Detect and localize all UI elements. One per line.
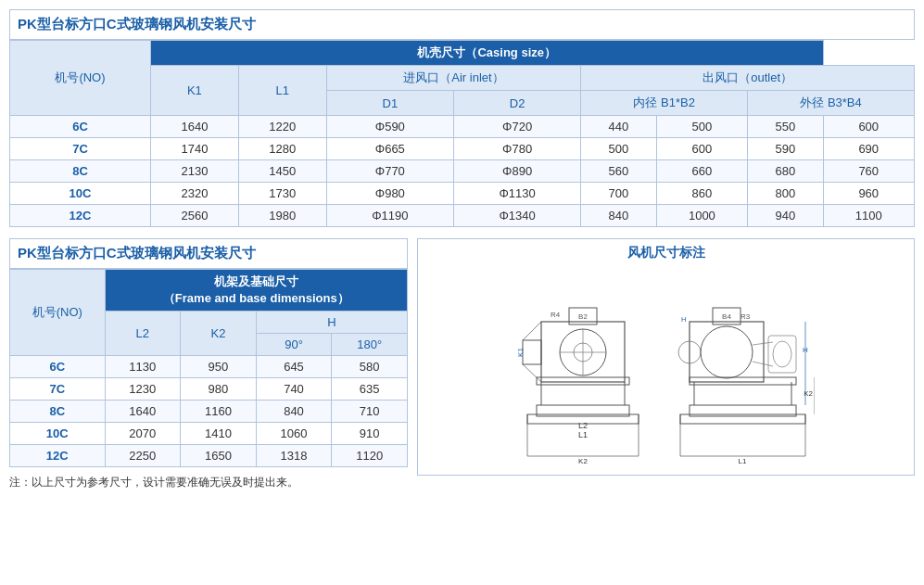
col-k1-header: K1 [150, 66, 238, 116]
table-row: 10C 2320 1730 Φ980 Φ1130 700 860 800 960 [10, 183, 915, 205]
model-cell: 12C [10, 445, 106, 467]
l2-cell: 1640 [105, 401, 181, 423]
b1-cell: 840 [581, 205, 656, 227]
l1-cell: 1450 [238, 160, 326, 183]
b1-cell: 560 [581, 160, 656, 183]
outlet-header: 出风口（outlet） [581, 66, 915, 91]
h180-cell: 910 [332, 423, 408, 445]
svg-text:K2: K2 [804, 389, 813, 398]
col-l1-header: L1 [238, 66, 326, 116]
footer-note: 注：以上尺寸为参考尺寸，设计需要准确无误及时提出来。 [9, 475, 408, 490]
b3-cell: 800 [748, 183, 823, 205]
svg-line-13 [523, 364, 541, 382]
table-row: 12C 2560 1980 Φ1190 Φ1340 840 1000 940 1… [10, 205, 915, 227]
svg-rect-4 [537, 377, 629, 385]
diagram-area: L1 K1 L2 B2 R4 K2 [424, 267, 908, 469]
d1-cell: Φ665 [326, 138, 453, 160]
svg-text:B4: B4 [722, 312, 731, 321]
outer-header: 外径 B3*B4 [748, 91, 915, 116]
col-d2-header: D2 [453, 91, 580, 116]
svg-text:L1: L1 [577, 430, 587, 439]
k1-cell: 2560 [150, 205, 238, 227]
inner-header: 内径 B1*B2 [581, 91, 748, 116]
svg-text:L1: L1 [738, 457, 746, 465]
d1-cell: Φ1190 [326, 205, 453, 227]
b2-cell: 500 [656, 116, 747, 138]
svg-text:K2: K2 [578, 457, 588, 465]
k1-cell: 2130 [150, 160, 238, 183]
b3-cell: 550 [748, 116, 823, 138]
table-row: 7C 1230 980 740 635 [10, 378, 408, 401]
h90-cell: 645 [256, 356, 332, 378]
d2-cell: Φ1340 [453, 205, 580, 227]
table-row: 7C 1740 1280 Φ665 Φ780 500 600 590 690 [10, 138, 915, 160]
table-row: 8C 1640 1160 840 710 [10, 401, 408, 423]
b3-cell: 590 [748, 138, 823, 160]
bottom-row: PK型台标方口C式玻璃钢风机安装尺寸 机号(NO) 机架及基础尺寸 （Frame… [9, 238, 915, 490]
l2-cell: 2070 [105, 423, 181, 445]
k2-cell: 980 [181, 378, 257, 401]
l2-cell: 1130 [105, 356, 181, 378]
table-row: 8C 2130 1450 Φ770 Φ890 560 660 680 760 [10, 160, 915, 183]
col-no-header: 机号(NO) [10, 41, 151, 116]
fan-diagram-svg: L1 K1 L2 B2 R4 K2 [518, 271, 815, 465]
table1: 机号(NO) 机壳尺寸（Casing size） K1 L1 进风口（Air i… [9, 40, 915, 227]
h180-cell: 635 [332, 378, 408, 401]
h90-cell: 740 [256, 378, 332, 401]
model-cell: 8C [10, 401, 106, 423]
section-table2: PK型台标方口C式玻璃钢风机安装尺寸 机号(NO) 机架及基础尺寸 （Frame… [9, 238, 408, 490]
h180-cell: 1120 [332, 445, 408, 467]
model-cell: 7C [10, 138, 151, 160]
svg-line-33 [753, 342, 773, 345]
svg-point-32 [773, 341, 791, 367]
table1-title: PK型台标方口C式玻璃钢风机安装尺寸 [9, 9, 915, 40]
frame-label: 机架及基础尺寸 [214, 274, 298, 288]
col-l2-header: L2 [105, 312, 181, 356]
svg-text:R4: R4 [550, 311, 560, 319]
b1-cell: 500 [581, 138, 656, 160]
d2-cell: Φ1130 [453, 183, 580, 205]
k2-cell: 950 [181, 356, 257, 378]
svg-text:B2: B2 [578, 312, 588, 321]
frame-sub-label: （Frame and base dimensions） [163, 291, 349, 305]
model-cell: 12C [10, 205, 151, 227]
model-cell: 10C [10, 423, 106, 445]
air-inlet-header: 进风口（Air inlet） [326, 66, 581, 91]
d1-cell: Φ590 [326, 116, 453, 138]
diagram-title: 风机尺寸标注 [424, 245, 908, 261]
table-row: 10C 2070 1410 1060 910 [10, 423, 408, 445]
casing-size-header: 机壳尺寸（Casing size） [150, 41, 823, 66]
b3-cell: 940 [748, 205, 823, 227]
k2-cell: 1650 [181, 445, 257, 467]
l1-cell: 1220 [238, 116, 326, 138]
col-90-header: 90° [256, 334, 332, 356]
b1-cell: 440 [581, 116, 656, 138]
svg-text:H: H [681, 315, 686, 324]
svg-text:K1: K1 [518, 348, 525, 357]
svg-text:R3: R3 [740, 312, 750, 321]
b4-cell: 960 [823, 183, 915, 205]
table-row: 12C 2250 1650 1318 1120 [10, 445, 408, 467]
frame-header: 机架及基础尺寸 （Frame and base dimensions） [105, 270, 407, 312]
k1-cell: 1640 [150, 116, 238, 138]
diagram-section: 风机尺寸标注 [417, 238, 915, 476]
col-k2-header: K2 [181, 312, 257, 356]
model-cell: 7C [10, 378, 106, 401]
model-cell: 8C [10, 160, 151, 183]
d2-cell: Φ780 [453, 138, 580, 160]
b4-cell: 1100 [823, 205, 915, 227]
col-no-header2: 机号(NO) [10, 270, 106, 356]
l1-cell: 1980 [238, 205, 326, 227]
b4-cell: 600 [823, 116, 915, 138]
svg-text:L2: L2 [577, 421, 587, 430]
b4-cell: 690 [823, 138, 915, 160]
b2-cell: 660 [656, 160, 747, 183]
svg-line-12 [523, 322, 541, 340]
table-row: 6C 1130 950 645 580 [10, 356, 408, 378]
section-table1: PK型台标方口C式玻璃钢风机安装尺寸 机号(NO) 机壳尺寸（Casing si… [9, 9, 915, 227]
h180-cell: 710 [332, 401, 408, 423]
svg-rect-11 [523, 340, 541, 364]
table2: 机号(NO) 机架及基础尺寸 （Frame and base dimension… [9, 269, 408, 467]
b3-cell: 680 [748, 160, 823, 183]
model-cell: 6C [10, 116, 151, 138]
